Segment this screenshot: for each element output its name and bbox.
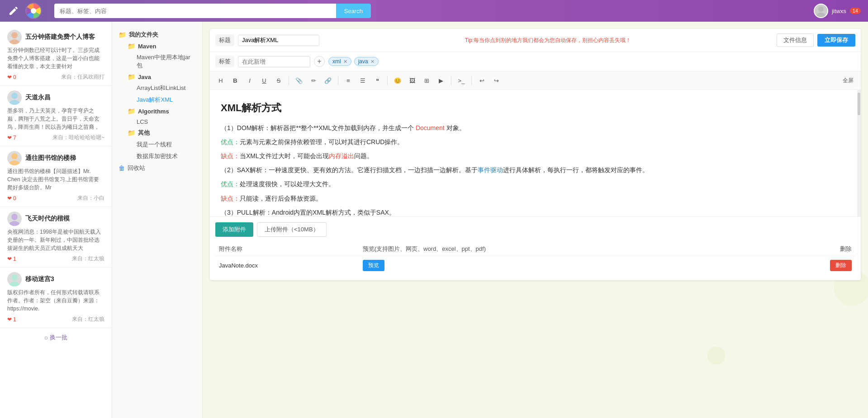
editor-para: （3）PULL解析：Android内置的XML解析方式，类似于SAX。	[221, 207, 850, 216]
toolbar-divider	[387, 76, 388, 85]
toolbar-divider	[451, 76, 451, 85]
tags-list: xml ✕ java ✕	[328, 57, 379, 66]
notification-badge[interactable]: 14	[850, 8, 861, 14]
pen-icon	[7, 5, 20, 17]
toolbar-undo-button[interactable]: ↩	[475, 74, 488, 87]
highlight-pros: 优点：	[221, 138, 240, 146]
preview-button[interactable]: 预览	[363, 260, 384, 271]
toolbar-ol-button[interactable]: ☰	[356, 74, 369, 87]
tree-file[interactable]: 我是一个线程	[134, 139, 199, 150]
tree-file-label: 我是一个线程	[137, 141, 172, 149]
toolbar-redo-button[interactable]: ↪	[490, 74, 503, 87]
editor-para: 缺点：当XML文件过大时，可能会出现内存溢出问题。	[221, 150, 850, 162]
list-item[interactable]: 通往图书馆的楼梯 通往图书馆的楼梯【问题描述】Mr. Chen 决定去图书馆复习…	[0, 146, 112, 207]
col-header-preview: 预览(支持图片、网页、word、excel、ppt、pdf)	[359, 242, 765, 256]
load-more-button[interactable]: ○ 换一批	[0, 328, 112, 347]
toolbar-italic-button[interactable]: I	[243, 74, 256, 87]
search-button[interactable]: Search	[336, 4, 371, 18]
toolbar-video-button[interactable]: ▶	[435, 74, 447, 87]
tree-folder-java[interactable]: 📁 Java	[125, 71, 199, 82]
svg-point-2	[818, 6, 824, 12]
tree-folder-label: Algorithms	[138, 108, 169, 115]
delete-button[interactable]: 删除	[830, 260, 852, 271]
highlight-document: Document	[416, 124, 445, 132]
tree-root[interactable]: 📁 我的文件夹	[116, 29, 199, 41]
editor-para: 缺点：只能读，逐行后会释放资源。	[221, 193, 850, 204]
tag-xml: xml ✕	[328, 57, 351, 66]
tree-file-label: Maven中使用本地jar包	[137, 53, 196, 70]
toolbar-code-button[interactable]: >_	[455, 74, 468, 87]
toolbar-pen-button[interactable]: ✏	[307, 74, 320, 87]
editor-para: 优点：元素与元素之前保持依赖管理，可以对其进行CRUD操作。	[221, 136, 850, 148]
editor-scrollbar-thumb[interactable]	[858, 93, 860, 115]
editor-heading: XML解析方式	[221, 99, 850, 117]
editor-para: （2）SAX解析：一种速度更快、更有效的方法。它逐行扫描文档，一边扫描一边解析。…	[221, 164, 850, 176]
tree-file[interactable]: Maven中使用本地jar包	[134, 52, 199, 71]
attachment-buttons: 添加附件 上传附件（<10MB）	[215, 222, 855, 237]
tree-file[interactable]: ArrayList和LinkList	[134, 82, 199, 94]
list-item[interactable]: 五分钟搭建免费个人博客 五分钟倒数已经可以计时了。三步完成免费个人博客搭建，这是…	[0, 25, 112, 86]
col-header-name: 附件名称	[215, 242, 359, 256]
toolbar-underline-button[interactable]: U	[258, 74, 270, 87]
tree-folder-label: Java	[138, 74, 151, 80]
list-item[interactable]: 天道永昌 墨多羽，乃上天英灵，孕育于穹庐之巅，腾翔于八荒之上。昔日乎，天命玄鸟，…	[0, 86, 112, 146]
main-layout: 五分钟搭建免费个人博客 五分钟倒数已经可以计时了。三步完成免费个人博客搭建，这是…	[0, 22, 868, 418]
toolbar-strikethrough-button[interactable]: S	[272, 74, 285, 87]
tree-file-active[interactable]: Java解析XML	[134, 94, 199, 106]
post-source: 来自：任风吹雨打	[61, 73, 104, 81]
post-summary: 墨多羽，乃上天英灵，孕育于穹庐之巅，腾翔于八荒之上。昔日乎，天命玄鸟，降而生商！…	[7, 107, 104, 131]
tree-folder-algorithms[interactable]: 📁 Algorithms	[125, 106, 199, 117]
tags-input[interactable]	[238, 56, 310, 67]
toolbar-image-button[interactable]: 🖼	[406, 74, 418, 87]
post-summary: 版权归作者所有，任何形式转载请联系作者。作者：架空（来自豆瓣）来源：https:…	[7, 288, 104, 313]
remove-tag-java[interactable]: ✕	[370, 59, 375, 65]
attachment-filename: JavaNote.docx	[215, 256, 359, 275]
toolbar-fullscreen-button[interactable]: 全屏	[840, 76, 856, 85]
editor-para: （1）DOM解析：解析器把**整个**XML文件加载到内存，并生成一个 Docu…	[221, 122, 850, 134]
svg-point-9	[9, 160, 20, 165]
tree-file-label: 数据库加密技术	[137, 152, 178, 160]
editor-scrollbar[interactable]	[857, 90, 861, 216]
file-tree: 📁 我的文件夹 📁 Maven Maven中使用本地jar包 📁 Java Ar…	[112, 22, 203, 418]
toolbar-ul-button[interactable]: ≡	[342, 74, 355, 87]
add-tag-button[interactable]: +	[314, 56, 325, 67]
post-source: 来自：红太狼	[72, 315, 104, 323]
list-item[interactable]: 移动迷宫3 版权归作者所有，任何形式转载请联系作者。作者：架空（来自豆瓣）来源：…	[0, 268, 112, 328]
toolbar-h-button[interactable]: H	[214, 74, 227, 87]
file-info-button[interactable]: 文件信息	[777, 33, 814, 47]
title-input[interactable]	[238, 35, 319, 46]
toolbar-divider	[289, 76, 289, 85]
add-attachment-button[interactable]: 添加附件	[215, 222, 253, 237]
tree-folder-label: Maven	[138, 43, 156, 50]
editor-para: 优点：处理速度很快，可以处理大文件。	[221, 178, 850, 190]
svg-point-4	[11, 32, 18, 38]
toolbar-bold-button[interactable]: B	[229, 74, 242, 87]
tree-folder-maven[interactable]: 📁 Maven	[125, 41, 199, 52]
search-input[interactable]	[54, 4, 336, 18]
save-button[interactable]: 立即保存	[817, 34, 855, 47]
tree-recycle-bin[interactable]: 🗑 回收站	[116, 162, 199, 174]
list-item[interactable]: 飞天时代的楷模 央视网消息：1998年是被中国航天载入史册的一年。新年刚过，中国…	[0, 207, 112, 268]
svg-point-12	[11, 274, 18, 281]
upload-attachment-button[interactable]: 上传附件（<10MB）	[257, 222, 327, 237]
tree-file[interactable]: LCS	[134, 117, 199, 127]
editor-body[interactable]: XML解析方式 （1）DOM解析：解析器把**整个**XML文件加载到内存，并生…	[210, 90, 861, 216]
tree-folder-other[interactable]: 📁 其他	[125, 127, 199, 139]
toolbar-clip-button[interactable]: 📎	[293, 74, 305, 87]
toolbar-emoji-button[interactable]: 😊	[391, 74, 404, 87]
toolbar-quote-button[interactable]: ❝	[371, 74, 384, 87]
editor-toolbar: H B I U S 📎 ✏ 🔗 ≡ ☰ ❝ 😊 🖼 ⊞ ▶ >_	[210, 71, 861, 90]
toolbar-link-button[interactable]: 🔗	[322, 74, 334, 87]
post-likes: ❤ 0	[7, 195, 16, 202]
col-header-delete: 删除	[765, 242, 855, 256]
recycle-icon: 🗑	[119, 164, 125, 172]
avatar[interactable]	[814, 4, 828, 18]
post-source: 来自：哇哈哈哈哈嗯~	[52, 134, 104, 141]
post-source: 来自：红太狼	[72, 255, 104, 263]
tree-file[interactable]: 数据库加密技术	[134, 150, 199, 162]
post-title: 飞天时代的楷模	[25, 214, 70, 223]
topnav: Search jitwxs 14	[0, 0, 868, 22]
toolbar-table-button[interactable]: ⊞	[420, 74, 433, 87]
remove-tag-xml[interactable]: ✕	[343, 59, 347, 65]
folder-icon: 📁	[128, 42, 135, 50]
